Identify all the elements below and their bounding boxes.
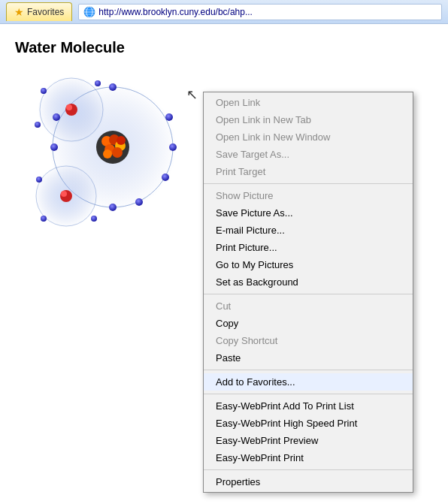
star-icon: ★ (14, 6, 24, 18)
menu-item-1-4[interactable]: Go to My Pictures (204, 256, 413, 273)
menu-item-0-4: Print Target (204, 163, 413, 180)
address-text: http://www.brooklyn.cuny.edu/bc/ahp... (98, 7, 253, 17)
menu-divider-2 (204, 370, 413, 370)
svg-point-12 (165, 113, 173, 121)
menu-section-2: CutCopyCopy ShortcutPaste (204, 296, 413, 368)
svg-point-15 (135, 198, 143, 206)
svg-point-30 (112, 147, 123, 158)
menu-section-5: Properties (204, 472, 413, 492)
menu-item-1-3[interactable]: Print Picture... (204, 239, 413, 256)
menu-item-5-0[interactable]: Properties (204, 473, 413, 490)
menu-section-1: Show PictureSave Picture As...E-mail Pic… (204, 186, 413, 292)
svg-point-31 (103, 149, 112, 158)
menu-item-4-2[interactable]: Easy-WebPrint Preview (204, 432, 413, 449)
menu-item-1-2[interactable]: E-mail Picture... (204, 222, 413, 239)
molecule-image (15, 68, 195, 234)
svg-point-18 (50, 143, 58, 151)
menu-section-3: Add to Favorites... (204, 372, 413, 392)
svg-point-32 (117, 136, 126, 145)
menu-divider-4 (204, 469, 413, 470)
svg-point-14 (162, 174, 169, 181)
menu-item-1-5[interactable]: Set as Background (204, 273, 413, 291)
menu-item-0-1: Open Link in New Tab (204, 111, 413, 128)
ie-icon (83, 6, 95, 18)
favorites-label: Favorites (27, 7, 64, 17)
menu-section-4: Easy-WebPrint Add To Print ListEasy-WebP… (204, 396, 413, 468)
menu-item-0-0: Open Link (204, 94, 413, 111)
svg-point-20 (95, 80, 101, 86)
menu-item-0-3: Save Target As... (204, 146, 413, 163)
cursor-arrow: ↖ (186, 86, 198, 103)
page-content: Water Molecule (0, 24, 448, 504)
menu-item-4-1[interactable]: Easy-WebPrint High Speed Print (204, 415, 413, 432)
svg-point-11 (109, 83, 117, 91)
menu-divider-1 (204, 294, 413, 294)
svg-point-23 (91, 216, 97, 222)
favorites-tab[interactable]: ★ Favorites (6, 2, 72, 21)
menu-item-4-3[interactable]: Easy-WebPrint Print (204, 449, 413, 466)
page-title: Water Molecule (15, 39, 433, 56)
svg-point-36 (61, 191, 67, 197)
menu-item-1-0: Show Picture (204, 187, 413, 204)
menu-item-4-0[interactable]: Easy-WebPrint Add To Print List (204, 397, 413, 415)
svg-point-22 (36, 177, 42, 183)
menu-item-3-0[interactable]: Add to Favorites... (204, 373, 413, 391)
svg-point-17 (53, 113, 60, 121)
context-menu: Open LinkOpen Link in New TabOpen Link i… (203, 92, 413, 493)
menu-item-2-3[interactable]: Paste (204, 349, 413, 367)
svg-point-24 (41, 216, 47, 222)
menu-item-0-2: Open Link in New Window (204, 128, 413, 146)
svg-point-16 (109, 204, 117, 211)
svg-point-21 (35, 122, 41, 128)
address-bar[interactable]: http://www.brooklyn.cuny.edu/bc/ahp... (78, 4, 442, 20)
menu-item-2-2: Copy Shortcut (204, 332, 413, 349)
menu-item-2-1[interactable]: Copy (204, 315, 413, 332)
menu-item-2-0: Cut (204, 297, 413, 315)
menu-divider-3 (204, 394, 413, 394)
browser-bar: ★ Favorites http://www.brooklyn.cuny.edu… (0, 0, 448, 24)
svg-point-13 (169, 143, 177, 151)
menu-divider-0 (204, 183, 413, 184)
svg-point-19 (41, 88, 47, 94)
menu-item-1-1[interactable]: Save Picture As... (204, 204, 413, 222)
menu-section-0: Open LinkOpen Link in New TabOpen Link i… (204, 92, 413, 182)
svg-point-34 (66, 104, 72, 110)
